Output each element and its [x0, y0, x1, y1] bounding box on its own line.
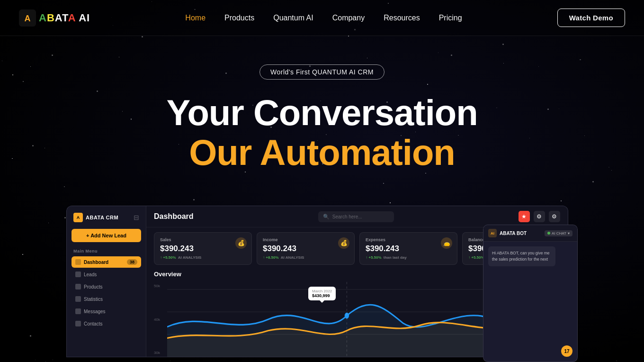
stat-value-expenses: $390.243: [366, 244, 451, 253]
db-sidebar: A ABATA CRM ⊟ + Add New Lead Main Menu D…: [67, 206, 146, 357]
hero-section: World's First QUANTUM AI CRM Your Conver…: [0, 36, 644, 172]
bot-message: Hi ABATA BOT, can you give me the sales …: [488, 246, 555, 266]
db-overview-title: Overview: [154, 271, 181, 278]
db-sidebar-header: A ABATA CRM ⊟: [72, 213, 141, 222]
db-page-title: Dashboard: [154, 212, 194, 221]
sidebar-item-dashboard[interactable]: Dashboard 38: [72, 256, 141, 268]
bot-title-row: AI ABATA BOT: [488, 229, 527, 237]
sidebar-item-label-statistics: Statistics: [84, 297, 103, 302]
nav-item-quantum[interactable]: Quantum AI: [273, 14, 313, 22]
logo-text: ABATA AI: [39, 12, 90, 24]
bot-title: ABATA BOT: [500, 231, 527, 236]
sidebar-item-label-messages: Messages: [84, 309, 106, 314]
stat-value-income: $390.243: [263, 244, 349, 253]
stat-label-expenses: Expenses: [366, 237, 451, 242]
nav-link-pricing[interactable]: Pricing: [439, 14, 462, 22]
star-button[interactable]: ★: [519, 211, 530, 222]
bot-chevron-icon: ▾: [568, 231, 570, 235]
nav-item-resources[interactable]: Resources: [384, 14, 420, 22]
sidebar-item-leads[interactable]: Leads: [72, 269, 141, 280]
sidebar-item-label-dashboard: Dashboard: [84, 260, 108, 265]
stat-value-sales: $390.243: [160, 244, 246, 253]
chart-tooltip-label: March 2022: [312, 289, 332, 293]
nav-link-resources[interactable]: Resources: [384, 14, 420, 22]
stat-card-income: Income $390.243 ↑ +8.50% AI ANALYSIS 💰: [257, 232, 355, 265]
nav-item-products[interactable]: Products: [224, 14, 254, 22]
search-icon: 🔍: [323, 214, 330, 220]
hero-line1: Your Conversation: [166, 93, 477, 133]
chart-ylabel-40k: 40k: [154, 317, 160, 322]
stat-card-sales: Sales $390.243 ↑ +5.50% AI ANALYSIS 💰: [154, 232, 252, 265]
nav-link-products[interactable]: Products: [224, 14, 254, 22]
products-icon: [75, 284, 81, 290]
db-search[interactable]: 🔍 Search here...: [318, 211, 394, 222]
sidebar-item-messages[interactable]: Messages: [72, 306, 141, 317]
chart-ylabel-30k: 30k: [154, 351, 160, 355]
stat-label-sales: Sales: [160, 237, 246, 242]
logo-icon: A: [19, 9, 36, 27]
dashboard-badge: 38: [127, 259, 137, 265]
bot-chat-label: AI CHAT: [552, 231, 566, 235]
stat-card-expenses: Expenses $390.243 ↑ +5.50% than last day…: [359, 232, 457, 265]
bot-header: AI ABATA BOT AI CHAT ▾: [483, 225, 577, 242]
contacts-icon: [75, 321, 81, 326]
nav-item-pricing[interactable]: Pricing: [439, 14, 462, 22]
nav-links: Home Products Quantum AI Company Resourc…: [185, 14, 462, 22]
hero-line2: Our Automation: [166, 133, 477, 172]
chart-yaxis: 50k 40k 30k: [154, 282, 160, 357]
db-sidebar-title: ABATA CRM: [86, 215, 118, 220]
stat-change-income: ↑ +8.50% AI ANALYSIS: [263, 255, 349, 260]
chart-tooltip-value: $430,999: [312, 293, 332, 298]
watch-demo-button[interactable]: Watch Demo: [557, 9, 625, 27]
db-menu-label: Main Menu: [72, 249, 141, 253]
gear-button-1[interactable]: ⚙: [534, 211, 545, 222]
sidebar-item-label-products: Products: [84, 284, 102, 290]
statistics-icon: [75, 296, 81, 302]
db-topbar-icons: ★ 🔔 ⚙ ⚙: [519, 211, 560, 222]
gear-button-2[interactable]: ⚙: [549, 211, 560, 222]
dashboard-icon: [75, 259, 81, 265]
bot-body: Hi ABATA BOT, can you give me the sales …: [483, 242, 577, 362]
quantum-badge: World's First QUANTUM AI CRM: [259, 64, 385, 80]
bot-chat-dot: [547, 232, 550, 235]
nav-link-quantum[interactable]: Quantum AI: [273, 14, 313, 22]
nav-item-home[interactable]: Home: [185, 14, 206, 22]
logo: A ABATA AI: [19, 9, 90, 27]
stat-icon-income: 💰: [338, 237, 349, 249]
hero-title: Your Conversation Our Automation: [166, 93, 477, 172]
messages-icon: [75, 308, 81, 314]
sidebar-item-products[interactable]: Products: [72, 281, 141, 292]
stat-change-sales: ↑ +5.50% AI ANALYSIS: [160, 255, 246, 260]
bot-avatar: 17: [561, 345, 572, 357]
dashboard-preview: A ABATA CRM ⊟ + Add New Lead Main Menu D…: [66, 206, 578, 362]
nav-link-company[interactable]: Company: [332, 14, 365, 22]
stat-icon-expenses: 👝: [441, 237, 452, 249]
sidebar-toggle-icon[interactable]: ⊟: [134, 214, 139, 221]
svg-text:A: A: [25, 14, 31, 23]
chart-ylabel-50k: 50k: [154, 284, 160, 288]
sidebar-item-contacts[interactable]: Contacts: [72, 318, 141, 329]
chart-tooltip: March 2022 $430,999: [308, 287, 336, 300]
stat-change-expenses: ↑ +5.50% than last day: [366, 255, 451, 260]
nav-item-company[interactable]: Company: [332, 14, 365, 22]
nav-link-home[interactable]: Home: [185, 14, 206, 22]
bot-panel: AI ABATA BOT AI CHAT ▾ Hi ABATA BOT, can…: [483, 225, 578, 362]
add-new-lead-button[interactable]: + Add New Lead: [72, 229, 141, 242]
sidebar-item-label-contacts: Contacts: [84, 321, 102, 326]
sidebar-item-statistics[interactable]: Statistics: [72, 293, 141, 305]
bot-logo-icon: AI: [488, 229, 497, 237]
sidebar-item-label-leads: Leads: [84, 272, 97, 277]
stat-icon-sales: 💰: [235, 237, 247, 249]
bot-chat-badge: AI CHAT ▾: [545, 230, 572, 236]
search-placeholder: Search here...: [332, 214, 362, 219]
db-logo-small: A: [73, 213, 83, 222]
stat-label-income: Income: [263, 237, 349, 242]
leads-icon: [75, 272, 81, 277]
navbar: A ABATA AI Home Products Quantum AI Comp…: [0, 0, 644, 36]
